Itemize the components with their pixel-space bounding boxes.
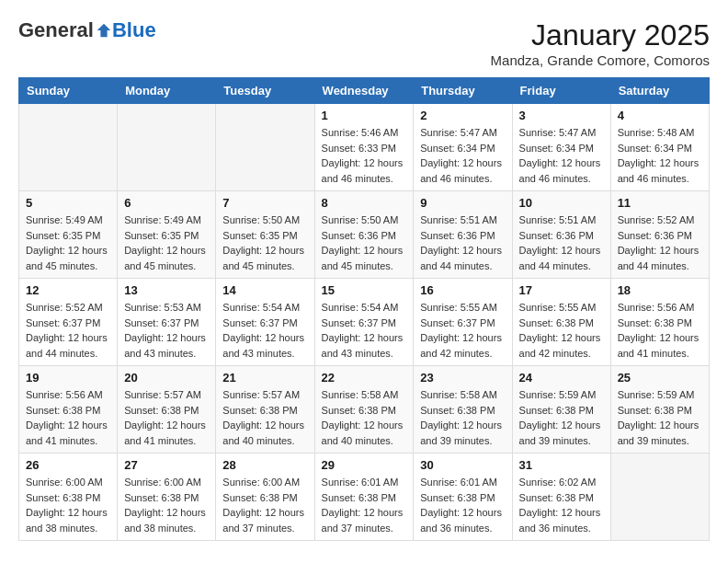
calendar-cell: 3Sunrise: 5:47 AM Sunset: 6:34 PM Daylig…	[512, 104, 610, 191]
location-subtitle: Mandza, Grande Comore, Comoros	[491, 52, 710, 68]
day-info: Sunrise: 5:47 AM Sunset: 6:34 PM Dayligh…	[519, 125, 604, 186]
calendar-cell: 25Sunrise: 5:59 AM Sunset: 6:38 PM Dayli…	[610, 366, 709, 454]
calendar-cell: 24Sunrise: 5:59 AM Sunset: 6:38 PM Dayli…	[512, 366, 610, 454]
calendar-cell: 23Sunrise: 5:58 AM Sunset: 6:38 PM Dayli…	[414, 366, 512, 454]
calendar-cell: 22Sunrise: 5:58 AM Sunset: 6:38 PM Dayli…	[314, 366, 414, 454]
day-number: 21	[222, 371, 307, 385]
day-info: Sunrise: 5:55 AM Sunset: 6:38 PM Dayligh…	[519, 300, 604, 361]
day-number: 27	[124, 458, 209, 472]
day-info: Sunrise: 5:55 AM Sunset: 6:37 PM Dayligh…	[420, 300, 505, 361]
weekday-header-row: SundayMondayTuesdayWednesdayThursdayFrid…	[19, 78, 710, 104]
calendar-cell: 18Sunrise: 5:56 AM Sunset: 6:38 PM Dayli…	[610, 279, 709, 366]
day-info: Sunrise: 5:46 AM Sunset: 6:33 PM Dayligh…	[322, 125, 407, 186]
week-row-5: 26Sunrise: 6:00 AM Sunset: 6:38 PM Dayli…	[19, 454, 710, 541]
day-number: 23	[420, 371, 505, 385]
day-number: 24	[519, 371, 604, 385]
day-number: 12	[26, 283, 110, 297]
calendar-cell: 21Sunrise: 5:57 AM Sunset: 6:38 PM Dayli…	[216, 366, 314, 454]
day-number: 11	[618, 196, 702, 210]
day-number: 9	[420, 196, 505, 210]
day-info: Sunrise: 6:01 AM Sunset: 6:38 PM Dayligh…	[322, 475, 407, 535]
calendar-cell: 6Sunrise: 5:49 AM Sunset: 6:35 PM Daylig…	[118, 191, 216, 279]
week-row-2: 5Sunrise: 5:49 AM Sunset: 6:35 PM Daylig…	[19, 191, 710, 279]
calendar-cell: 17Sunrise: 5:55 AM Sunset: 6:38 PM Dayli…	[512, 279, 610, 366]
weekday-header-wednesday: Wednesday	[314, 78, 414, 104]
day-number: 28	[222, 458, 307, 472]
day-number: 19	[26, 371, 110, 385]
day-number: 8	[322, 196, 407, 210]
calendar-cell: 27Sunrise: 6:00 AM Sunset: 6:38 PM Dayli…	[118, 454, 216, 541]
week-row-1: 1Sunrise: 5:46 AM Sunset: 6:33 PM Daylig…	[19, 104, 710, 191]
day-number: 26	[26, 458, 110, 472]
day-info: Sunrise: 5:49 AM Sunset: 6:35 PM Dayligh…	[26, 213, 110, 273]
calendar-cell	[216, 104, 314, 191]
day-number: 14	[222, 283, 307, 297]
calendar-cell: 30Sunrise: 6:01 AM Sunset: 6:38 PM Dayli…	[414, 454, 512, 541]
week-row-4: 19Sunrise: 5:56 AM Sunset: 6:38 PM Dayli…	[19, 366, 710, 454]
day-info: Sunrise: 5:54 AM Sunset: 6:37 PM Dayligh…	[222, 300, 307, 361]
calendar-cell: 31Sunrise: 6:02 AM Sunset: 6:38 PM Dayli…	[512, 454, 610, 541]
calendar-cell: 9Sunrise: 5:51 AM Sunset: 6:36 PM Daylig…	[414, 191, 512, 279]
day-info: Sunrise: 5:53 AM Sunset: 6:37 PM Dayligh…	[124, 300, 209, 361]
calendar-cell: 1Sunrise: 5:46 AM Sunset: 6:33 PM Daylig…	[314, 104, 414, 191]
calendar-cell: 8Sunrise: 5:50 AM Sunset: 6:36 PM Daylig…	[314, 191, 414, 279]
day-number: 18	[618, 283, 702, 297]
day-info: Sunrise: 5:59 AM Sunset: 6:38 PM Dayligh…	[519, 387, 604, 448]
calendar-cell	[610, 454, 709, 541]
calendar-cell: 16Sunrise: 5:55 AM Sunset: 6:37 PM Dayli…	[414, 279, 512, 366]
day-info: Sunrise: 5:51 AM Sunset: 6:36 PM Dayligh…	[519, 213, 604, 273]
weekday-header-thursday: Thursday	[414, 78, 512, 104]
week-row-3: 12Sunrise: 5:52 AM Sunset: 6:37 PM Dayli…	[19, 279, 710, 366]
day-info: Sunrise: 6:00 AM Sunset: 6:38 PM Dayligh…	[124, 475, 209, 535]
day-number: 17	[519, 283, 604, 297]
calendar-cell: 4Sunrise: 5:48 AM Sunset: 6:34 PM Daylig…	[610, 104, 709, 191]
calendar-cell: 5Sunrise: 5:49 AM Sunset: 6:35 PM Daylig…	[19, 191, 118, 279]
day-info: Sunrise: 5:56 AM Sunset: 6:38 PM Dayligh…	[26, 387, 110, 448]
day-info: Sunrise: 5:58 AM Sunset: 6:38 PM Dayligh…	[420, 387, 505, 448]
day-info: Sunrise: 5:56 AM Sunset: 6:38 PM Dayligh…	[618, 300, 702, 361]
weekday-header-friday: Friday	[512, 78, 610, 104]
page-header: General Blue January 2025 Mandza, Grande…	[18, 18, 710, 68]
calendar-cell: 7Sunrise: 5:50 AM Sunset: 6:35 PM Daylig…	[216, 191, 314, 279]
weekday-header-saturday: Saturday	[610, 78, 709, 104]
day-number: 16	[420, 283, 505, 297]
day-info: Sunrise: 6:02 AM Sunset: 6:38 PM Dayligh…	[519, 475, 604, 535]
day-info: Sunrise: 5:59 AM Sunset: 6:38 PM Dayligh…	[618, 387, 702, 448]
day-info: Sunrise: 5:51 AM Sunset: 6:36 PM Dayligh…	[420, 213, 505, 273]
calendar-cell: 15Sunrise: 5:54 AM Sunset: 6:37 PM Dayli…	[314, 279, 414, 366]
day-number: 7	[222, 196, 307, 210]
day-info: Sunrise: 5:52 AM Sunset: 6:37 PM Dayligh…	[26, 300, 110, 361]
calendar-cell: 13Sunrise: 5:53 AM Sunset: 6:37 PM Dayli…	[118, 279, 216, 366]
title-area: January 2025 Mandza, Grande Comore, Como…	[491, 18, 710, 68]
calendar-cell: 14Sunrise: 5:54 AM Sunset: 6:37 PM Dayli…	[216, 279, 314, 366]
calendar-cell: 2Sunrise: 5:47 AM Sunset: 6:34 PM Daylig…	[414, 104, 512, 191]
day-info: Sunrise: 5:49 AM Sunset: 6:35 PM Dayligh…	[124, 213, 209, 273]
day-info: Sunrise: 5:54 AM Sunset: 6:37 PM Dayligh…	[322, 300, 407, 361]
day-info: Sunrise: 5:47 AM Sunset: 6:34 PM Dayligh…	[420, 125, 505, 186]
logo: General Blue	[18, 18, 156, 42]
day-number: 20	[124, 371, 209, 385]
calendar-cell: 28Sunrise: 6:00 AM Sunset: 6:38 PM Dayli…	[216, 454, 314, 541]
day-number: 22	[322, 371, 407, 385]
day-info: Sunrise: 5:57 AM Sunset: 6:38 PM Dayligh…	[222, 387, 307, 448]
calendar-cell: 20Sunrise: 5:57 AM Sunset: 6:38 PM Dayli…	[118, 366, 216, 454]
calendar-cell: 19Sunrise: 5:56 AM Sunset: 6:38 PM Dayli…	[19, 366, 118, 454]
day-info: Sunrise: 5:52 AM Sunset: 6:36 PM Dayligh…	[618, 213, 702, 273]
day-number: 4	[618, 109, 702, 122]
weekday-header-monday: Monday	[118, 78, 216, 104]
calendar-cell: 12Sunrise: 5:52 AM Sunset: 6:37 PM Dayli…	[19, 279, 118, 366]
calendar-cell	[118, 104, 216, 191]
calendar-cell: 11Sunrise: 5:52 AM Sunset: 6:36 PM Dayli…	[610, 191, 709, 279]
calendar-cell: 26Sunrise: 6:00 AM Sunset: 6:38 PM Dayli…	[19, 454, 118, 541]
weekday-header-tuesday: Tuesday	[216, 78, 314, 104]
logo-icon	[96, 22, 112, 39]
day-number: 25	[618, 371, 702, 385]
day-number: 6	[124, 196, 209, 210]
calendar-table: SundayMondayTuesdayWednesdayThursdayFrid…	[18, 77, 710, 541]
day-number: 15	[322, 283, 407, 297]
logo-blue-text: Blue	[112, 18, 156, 42]
logo-general-text: General	[18, 18, 94, 42]
day-info: Sunrise: 5:50 AM Sunset: 6:35 PM Dayligh…	[222, 213, 307, 273]
day-number: 30	[420, 458, 505, 472]
day-info: Sunrise: 5:58 AM Sunset: 6:38 PM Dayligh…	[322, 387, 407, 448]
